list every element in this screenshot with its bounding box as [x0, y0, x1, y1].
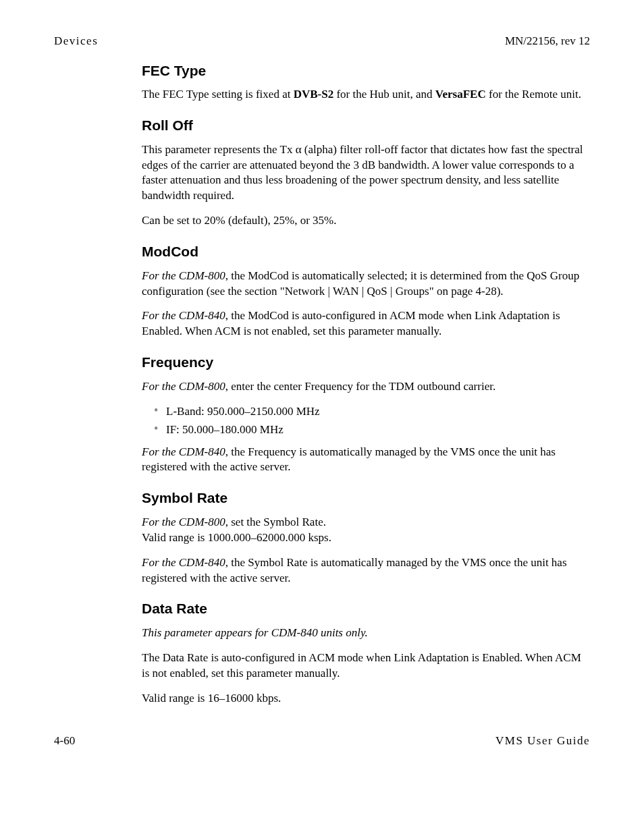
- list-item: IF: 50.000–180.000 MHz: [166, 422, 590, 438]
- footer-page-number: 4-60: [54, 734, 75, 749]
- list-item: L-Band: 950.000–2150.000 MHz: [166, 404, 590, 420]
- footer-doc-title: VMS User Guide: [495, 734, 590, 749]
- paragraph-data-rate-1: This parameter appears for CDM-840 units…: [142, 626, 590, 641]
- heading-data-rate: Data Rate: [142, 599, 590, 618]
- header-doc-id: MN/22156, rev 12: [505, 34, 590, 49]
- paragraph-data-rate-2: The Data Rate is auto-configured in ACM …: [142, 651, 590, 682]
- paragraph-frequency-2: For the CDM-840, the Frequency is automa…: [142, 445, 590, 476]
- italic-cdm840-only: This parameter appears for CDM-840 units…: [142, 626, 368, 639]
- heading-frequency: Frequency: [142, 353, 590, 372]
- paragraph-symbol-rate-1: For the CDM-800, set the Symbol Rate. Va…: [142, 515, 590, 546]
- paragraph-roll-off-2: Can be set to 20% (default), 25%, or 35%…: [142, 213, 590, 229]
- header-section-title: Devices: [54, 34, 98, 49]
- heading-modcod: ModCod: [142, 242, 590, 261]
- bold-dvb-s2: DVB-S2: [294, 88, 334, 101]
- heading-symbol-rate: Symbol Rate: [142, 489, 590, 507]
- page-footer: 4-60 VMS User Guide: [54, 734, 590, 749]
- paragraph-roll-off-1: This parameter represents the Tx α (alph…: [142, 142, 590, 204]
- paragraph-data-rate-3: Valid range is 16–16000 kbps.: [142, 691, 590, 707]
- paragraph-modcod-2: For the CDM-840, the ModCod is auto-conf…: [142, 308, 590, 339]
- page-header: Devices MN/22156, rev 12: [54, 34, 590, 49]
- heading-roll-off: Roll Off: [142, 116, 590, 135]
- list-frequency-bands: L-Band: 950.000–2150.000 MHz IF: 50.000–…: [142, 404, 590, 438]
- text-span: The FEC Type setting is fixed at: [142, 88, 294, 101]
- text-span: , set the Symbol Rate.: [225, 516, 326, 528]
- page-content: FEC Type The FEC Type setting is fixed a…: [142, 61, 590, 707]
- text-span: for the Hub unit, and: [333, 88, 435, 101]
- heading-fec-type: FEC Type: [142, 61, 590, 80]
- text-span: for the Remote unit.: [486, 88, 581, 101]
- italic-cdm840: For the CDM-840: [142, 445, 225, 458]
- italic-cdm800: For the CDM-800: [142, 380, 225, 393]
- text-span: , enter the center Frequency for the TDM…: [225, 380, 495, 393]
- bold-versafec: VersaFEC: [435, 88, 486, 101]
- text-span: Valid range is 1000.000–62000.000 ksps.: [142, 531, 331, 544]
- italic-cdm840: For the CDM-840: [142, 556, 225, 569]
- paragraph-modcod-1: For the CDM-800, the ModCod is automatic…: [142, 269, 590, 300]
- italic-cdm800: For the CDM-800: [142, 516, 225, 528]
- paragraph-frequency-1: For the CDM-800, enter the center Freque…: [142, 379, 590, 395]
- italic-cdm800: For the CDM-800: [142, 269, 225, 282]
- paragraph-symbol-rate-2: For the CDM-840, the Symbol Rate is auto…: [142, 555, 590, 586]
- paragraph-fec-type: The FEC Type setting is fixed at DVB-S2 …: [142, 87, 590, 103]
- italic-cdm840: For the CDM-840: [142, 309, 225, 322]
